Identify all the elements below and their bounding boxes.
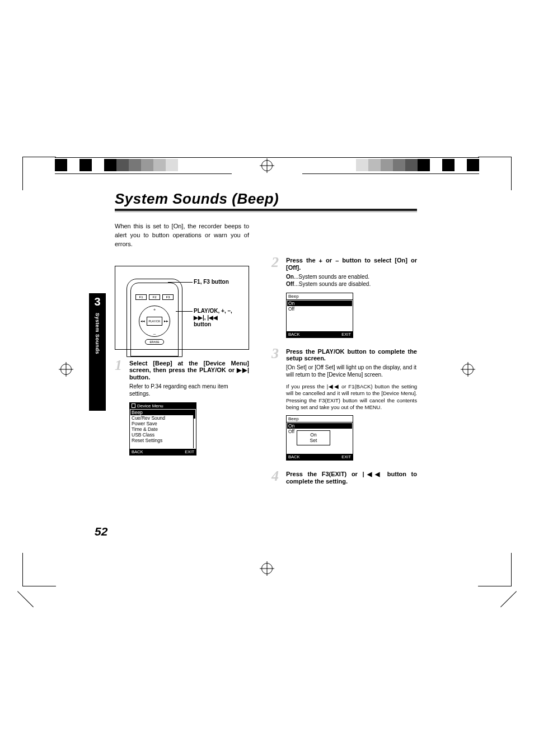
- page-content: System Sounds (Beep) When this is set to…: [115, 190, 417, 485]
- step-1-sub: Refer to P.34 regarding each menu item s…: [129, 383, 249, 398]
- chapter-tab: 3 System Sounds: [89, 293, 106, 411]
- page-title: System Sounds (Beep): [115, 190, 417, 208]
- lcd-scrollbar: [193, 410, 195, 448]
- lcd-device-menu: Device Menu Beep Cue/Rev Sound Power Sav…: [129, 402, 196, 456]
- step-number: 1: [115, 360, 125, 456]
- lcd-row: USB Class: [132, 432, 194, 438]
- lcd-row: Reset Settings: [132, 438, 194, 443]
- lcd-row-selected: On: [287, 423, 352, 429]
- speaker-grille: [138, 348, 171, 357]
- dpad: + – ◂◂ ▸▸ PLAY/OK: [139, 306, 170, 337]
- menu-icon: [132, 403, 135, 408]
- lcd-beep-set: Beep On Off On Set BACK EXIT: [286, 415, 353, 461]
- crop-mark: [478, 157, 512, 190]
- lcd-exit: EXIT: [185, 449, 194, 454]
- lcd-row: Time & Date: [132, 426, 194, 432]
- step-number: 2: [271, 257, 282, 338]
- lcd-row-selected: Beep: [130, 410, 195, 415]
- chapter-label: System Sounds: [95, 313, 100, 354]
- crop-mark: [478, 553, 512, 586]
- play-ok-button: PLAY/OK: [147, 317, 162, 326]
- f1-key: F1: [135, 294, 147, 300]
- forward-icon: ▸▸: [164, 319, 168, 323]
- step-2-on: On...System sounds are enabled.: [286, 273, 417, 281]
- lcd-row: Cue/Rev Sound: [132, 415, 194, 421]
- f3-key: F3: [162, 294, 174, 300]
- step-2-off: Off...System sounds are disabled.: [286, 280, 417, 288]
- registration-bar-top: [0, 159, 534, 172]
- lcd-back: BACK: [132, 449, 143, 454]
- lcd-back: BACK: [288, 332, 299, 337]
- lcd-row-selected: On: [287, 300, 352, 306]
- step-number: 3: [271, 348, 282, 461]
- registration-bar-bottom: [0, 562, 534, 575]
- right-column: 2 Press the + or – button to select [On]…: [271, 257, 417, 485]
- callout-dpad: PLAY/OK, +, –, ▶▶|, |◀◀ button: [194, 308, 232, 328]
- crop-mark: [22, 157, 56, 190]
- chapter-number: 3: [89, 293, 106, 308]
- lcd-title: Beep: [287, 416, 353, 422]
- step-number: 4: [271, 471, 282, 485]
- registration-target-icon: [261, 563, 273, 574]
- lcd-popup: On Set: [297, 430, 330, 445]
- step-3-sub1: [On Set] or [Off Set] will light up on t…: [286, 364, 417, 379]
- crop-mark: [22, 553, 56, 586]
- step-4: 4 Press the F3(EXIT) or |◀◀ button to co…: [271, 471, 417, 485]
- plus-icon: +: [153, 307, 156, 312]
- registration-target-icon: [462, 364, 474, 375]
- lcd-title: Beep: [287, 293, 353, 300]
- callout-f-buttons: F1, F3 button: [194, 279, 229, 285]
- erase-button: ERASE: [145, 339, 164, 345]
- step-1: 1 Select [Beep] at the [Device Menu] scr…: [115, 360, 249, 456]
- page-number: 52: [95, 525, 107, 538]
- step-2: 2 Press the + or – button to select [On]…: [271, 257, 417, 338]
- lcd-row: Power Save: [132, 421, 194, 426]
- lcd-beep-select: Beep On Off BACK EXIT: [286, 293, 353, 338]
- step-3-sub2: If you press the |◀◀ or F1(BACK) button …: [286, 383, 417, 411]
- registration-target-icon: [60, 364, 72, 375]
- device-illustration: F1 F2 F3 + – ◂◂ ▸▸ PLAY/OK ERASE: [115, 266, 249, 350]
- lcd-exit: EXIT: [341, 454, 351, 459]
- minus-icon: –: [153, 331, 156, 336]
- lcd-exit: EXIT: [341, 332, 351, 337]
- lcd-row: Off: [288, 306, 351, 312]
- left-column: F1 F2 F3 + – ◂◂ ▸▸ PLAY/OK ERASE: [115, 257, 249, 485]
- intro-text: When this is set to [On], the recorder b…: [115, 222, 249, 249]
- registration-target-icon: [261, 160, 273, 171]
- step-3: 3 Press the PLAY/OK button to complete t…: [271, 348, 417, 461]
- title-rule: [115, 209, 417, 211]
- lcd-back: BACK: [288, 454, 299, 459]
- lcd-title: Device Menu: [130, 403, 196, 409]
- rewind-icon: ◂◂: [140, 319, 145, 323]
- f2-key: F2: [149, 294, 160, 300]
